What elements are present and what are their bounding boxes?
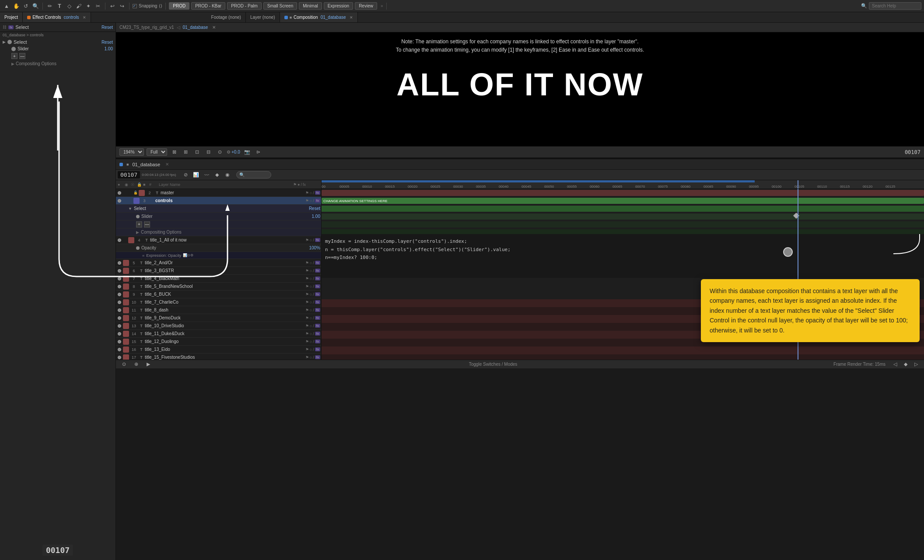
tab-effect-controls[interactable]: Effect Controls controls ✕ (23, 12, 91, 22)
btn-grid[interactable]: ⊡ (192, 148, 201, 157)
timeline-btn-search[interactable]: ⊘ (181, 171, 190, 179)
tab-footage[interactable]: Footage (none) (207, 12, 246, 22)
workspace-small-screen[interactable]: Small Screen (263, 2, 297, 10)
playhead[interactable] (798, 180, 798, 189)
tool-arrow[interactable]: ▲ (3, 2, 10, 10)
prop-add-btn[interactable]: + (136, 221, 142, 228)
layer-lock-master[interactable]: 🔓 (133, 191, 138, 195)
effect-reset-btn[interactable]: Reset (102, 40, 113, 45)
layer-vis-9[interactable] (117, 292, 122, 297)
prop-select-reset[interactable]: Reset (309, 206, 320, 211)
effect-select-expand[interactable]: ▶ (3, 40, 6, 44)
layer-row-13[interactable]: 13 T title_10_DriveStudio ⚑○/fx (116, 322, 321, 330)
tool-type[interactable]: T (56, 2, 63, 10)
effect-slider-value[interactable]: 1.00 (105, 46, 113, 51)
btn-bottom-marker[interactable]: ◆ (901, 360, 910, 369)
layer-row-controls[interactable]: 3 controls ⚑ ○ / fx (116, 197, 321, 205)
layer-row-10[interactable]: 10 T title_7_CharlieCo ⚑○/fx (116, 298, 321, 306)
tool-star[interactable]: ✦ (84, 2, 92, 10)
tool-paint[interactable]: 🖌 (75, 2, 83, 10)
tool-zoom[interactable]: 🔍 (32, 2, 39, 10)
tab-effect-close[interactable]: ✕ (83, 15, 86, 20)
tool-pen[interactable]: ✏ (46, 2, 54, 10)
toggle-switches-label[interactable]: Toggle Switches / Modes (158, 362, 828, 367)
tab-composition[interactable]: ■ Composition 01_database ✕ (280, 12, 358, 22)
layer-vis-10[interactable] (117, 300, 122, 305)
comp-nav-close[interactable]: ✕ (212, 25, 216, 30)
layer-vis-8[interactable] (117, 284, 122, 289)
layer-row-4[interactable]: 4 T title_1_All of it now ⚑ ○ / fx (116, 236, 321, 244)
layer-row-9[interactable]: 9 T title_6_BUCK ⚑○/fx (116, 290, 321, 298)
timeline-btn-keyframe[interactable]: ◆ (213, 171, 221, 179)
layer-vis-11[interactable] (117, 308, 122, 313)
timeline-btn-motion[interactable]: 〰 (202, 171, 211, 179)
effect-minus-btn[interactable]: — (19, 53, 25, 59)
timeline-btn-graph[interactable]: 📊 (192, 171, 200, 179)
layer-vis-controls[interactable] (117, 198, 122, 203)
layer-row-5[interactable]: 5 T title_2_And/Or ⚑○/fx (116, 259, 321, 267)
tool-undo[interactable]: ↩ (108, 2, 116, 10)
layer-vis-15[interactable] (117, 339, 122, 344)
timeline-btn-solo[interactable]: ◉ (223, 171, 232, 179)
prop-slider-value[interactable]: 1.00 (312, 214, 320, 219)
tab-layer[interactable]: Layer (none) (246, 12, 280, 22)
search-input[interactable] (869, 2, 921, 10)
btn-bottom-next[interactable]: ▷ (912, 360, 920, 369)
layer-vis-6[interactable] (117, 268, 122, 273)
effect-add-btn[interactable]: + (11, 53, 18, 59)
compositing-options-row[interactable]: ▶ Compositing Options (3, 61, 113, 66)
tab-project[interactable]: Project (0, 12, 23, 22)
tool-hand[interactable]: ✋ (12, 2, 20, 10)
opacity-value[interactable]: 100% (309, 245, 320, 250)
tool-scissors[interactable]: ✂ (94, 2, 102, 10)
layer-row-8[interactable]: 8 T title_5_BrandNewSchool ⚑○/fx (116, 283, 321, 290)
btn-transparency[interactable]: ⊙ (215, 148, 224, 157)
layer-row-16[interactable]: 16 T title_13_Eido ⚑○/fx (116, 346, 321, 354)
workspace-prod[interactable]: PROD (169, 2, 189, 10)
prop-select-expand[interactable]: ▼ (128, 206, 132, 211)
layer-row-12[interactable]: 12 T title_9_DemoDuck ⚑○/fx (116, 314, 321, 322)
timeline-timecode[interactable]: 00107 (118, 171, 140, 178)
layer-row-master[interactable]: 🔓 2 T master ⚑ ○ / fx (116, 189, 321, 197)
btn-render-region[interactable]: ⊠ (170, 148, 178, 157)
layer-vis-master[interactable] (117, 190, 122, 196)
layer-vis-12[interactable] (117, 315, 122, 321)
prop-minus-btn[interactable]: — (144, 221, 150, 228)
btn-bottom-icon-2[interactable]: ⊕ (132, 360, 140, 369)
workspace-prod-kbar[interactable]: PROD - KBar (191, 2, 225, 10)
tool-rotate[interactable]: ↺ (22, 2, 30, 10)
timeline-search-input[interactable] (236, 171, 271, 178)
tool-redo[interactable]: ↪ (118, 2, 126, 10)
layer-row-11[interactable]: 11 T title_8_dash ⚑○/fx (116, 306, 321, 314)
layer-row-7[interactable]: 7 T title_4_BlackMath ⚑○/fx (116, 275, 321, 283)
workspace-review[interactable]: Review (355, 2, 377, 10)
workspace-overflow[interactable]: » (381, 4, 383, 8)
snapping-checkbox[interactable] (133, 4, 137, 8)
layer-vis-5[interactable] (117, 260, 122, 266)
btn-bottom-icon-1[interactable]: ⊙ (119, 360, 128, 369)
snapping-control[interactable]: Snapping ⟨⟩ (133, 4, 162, 8)
workspace-expression[interactable]: Expression (324, 2, 353, 10)
btn-camera[interactable]: 📷 (243, 148, 252, 157)
slider-handle[interactable] (783, 247, 793, 257)
tool-shape[interactable]: ◇ (65, 2, 73, 10)
tab-comp-close[interactable]: ✕ (350, 15, 353, 20)
btn-safe-zones[interactable]: ⊟ (204, 148, 213, 157)
layer-vis-7[interactable] (117, 276, 122, 281)
layer-vis-14[interactable] (117, 331, 122, 336)
timeline-close[interactable]: ✕ (165, 162, 169, 167)
quality-select[interactable]: Full (147, 148, 167, 156)
workspace-prod-palm[interactable]: PROD - Palm (227, 2, 262, 10)
layer-row-17[interactable]: 17 T title_15_FivestoneStudios ⚑○/fx (116, 354, 321, 360)
layer-vis-4[interactable] (117, 238, 122, 243)
zoom-select[interactable]: 194% (119, 148, 144, 156)
workspace-minimal[interactable]: Minimal (299, 2, 322, 10)
layer-vis-17[interactable] (117, 355, 122, 360)
layer-vis-13[interactable] (117, 323, 122, 329)
compositing-expand[interactable]: ▶ (11, 62, 14, 66)
layer-row-6[interactable]: 6 T title_3_BGSTR ⚑○/fx (116, 267, 321, 275)
btn-bottom-icon-3[interactable]: ▶ (144, 360, 153, 369)
btn-snapshot[interactable]: ⊳ (254, 148, 263, 157)
layer-vis-16[interactable] (117, 347, 122, 352)
effect-controls-reset[interactable]: Reset (102, 25, 113, 30)
